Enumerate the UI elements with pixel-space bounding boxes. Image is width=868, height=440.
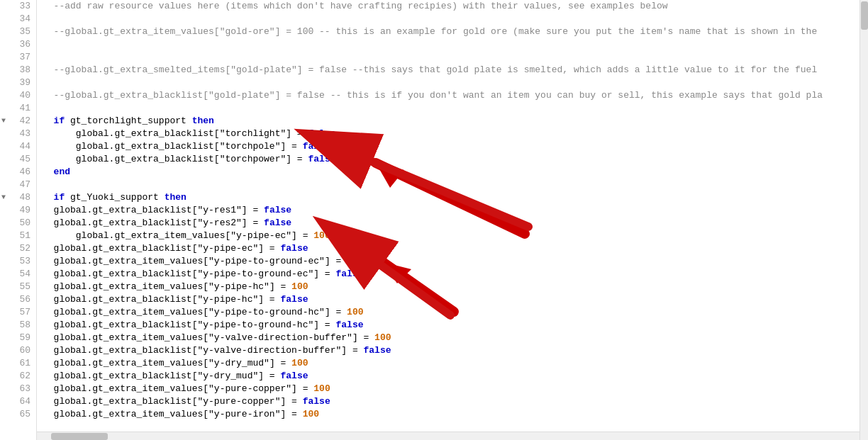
ln-65: 65	[0, 408, 36, 421]
ln-45: 45	[0, 153, 36, 166]
code-line-52: global.gt_extra_blacklist["y-pipe-ec"] =…	[43, 242, 859, 255]
code-line-55: global.gt_extra_item_values["y-pipe-hc"]…	[43, 281, 859, 293]
horizontal-scrollbar[interactable]	[37, 431, 859, 440]
ln-57: 57	[0, 306, 36, 319]
code-line-36	[43, 38, 859, 51]
code-line-54: global.gt_extra_blacklist["y-pipe-to-gro…	[43, 268, 859, 281]
ln-44: 44	[0, 140, 36, 153]
ln-47: 47	[0, 179, 36, 191]
vertical-scrollbar[interactable]	[859, 0, 868, 440]
code-line-41	[43, 102, 859, 115]
ln-42: ▼ 42	[0, 115, 36, 128]
ln-62: 62	[0, 370, 36, 383]
code-line-61: global.gt_extra_item_values["y-dry_mud"]…	[43, 357, 859, 370]
code-line-64: global.gt_extra_blacklist["y-pure-copper…	[43, 395, 859, 408]
ln-64: 64	[0, 395, 36, 408]
ln-59: 59	[0, 332, 36, 344]
code-line-33: --add raw resource values here (items wh…	[43, 0, 859, 13]
code-line-47	[43, 179, 859, 191]
ln-54: 54	[0, 268, 36, 281]
horizontal-scrollbar-thumb[interactable]	[51, 433, 108, 440]
ln-33: 33	[0, 0, 36, 13]
ln-41: 41	[0, 102, 36, 115]
ln-56: 56	[0, 293, 36, 306]
ln-60: 60	[0, 344, 36, 357]
code-line-62: global.gt_extra_blacklist["y-dry_mud"] =…	[43, 370, 859, 383]
ln-46: 46	[0, 166, 36, 179]
code-line-57: global.gt_extra_item_values["y-pipe-to-g…	[43, 306, 859, 319]
ln-48: ▼ 48	[0, 191, 36, 204]
ln-63: 63	[0, 383, 36, 395]
editor-container: 33 34 35 36 37 38 39 40 41 ▼ 42 43 44 45…	[0, 0, 868, 440]
ln-58: 58	[0, 319, 36, 332]
code-line-34	[43, 13, 859, 26]
ln-61: 61	[0, 357, 36, 370]
ln-53: 53	[0, 255, 36, 268]
ln-35: 35	[0, 26, 36, 38]
fold-icon-42[interactable]: ▼	[1, 115, 6, 128]
line-numbers: 33 34 35 36 37 38 39 40 41 ▼ 42 43 44 45…	[0, 0, 37, 440]
ln-36: 36	[0, 38, 36, 51]
ln-50: 50	[0, 217, 36, 230]
ln-43: 43	[0, 128, 36, 140]
ln-55: 55	[0, 281, 36, 293]
code-line-43: global.gt_extra_blacklist["torchlight"] …	[43, 128, 859, 140]
code-line-39	[43, 77, 859, 89]
code-line-53: global.gt_extra_item_values["y-pipe-to-g…	[43, 255, 859, 268]
code-line-37	[43, 51, 859, 64]
fold-icon-48[interactable]: ▼	[1, 191, 6, 204]
code-line-50: global.gt_extra_blacklist["y-res2"] = fa…	[43, 217, 859, 230]
code-line-46: end	[43, 166, 859, 179]
ln-34: 34	[0, 13, 36, 26]
code-line-38: --global.gt_extra_smelted_items["gold-pl…	[43, 64, 859, 77]
ln-49: 49	[0, 204, 36, 217]
ln-52: 52	[0, 242, 36, 255]
code-line-65: global.gt_extra_item_values["y-pure-iron…	[43, 408, 859, 421]
code-line-60: global.gt_extra_blacklist["y-valve-direc…	[43, 344, 859, 357]
ln-39: 39	[0, 77, 36, 89]
code-area[interactable]: --add raw resource values here (items wh…	[37, 0, 859, 440]
code-line-51: global.gt_extra_item_values["y-pipe-ec"]…	[43, 230, 859, 242]
code-line-40: --global.gt_extra_blacklist["gold-plate"…	[43, 89, 859, 102]
code-line-59: global.gt_extra_item_values["y-valve-dir…	[43, 332, 859, 344]
vertical-scrollbar-thumb[interactable]	[861, 1, 868, 30]
ln-37: 37	[0, 51, 36, 64]
code-line-45: global.gt_extra_blacklist["torchpower"] …	[43, 153, 859, 166]
code-line-63: global.gt_extra_item_values["y-pure-copp…	[43, 383, 859, 395]
code-line-48: if gt_Yuoki_support then	[43, 191, 859, 204]
code-line-42: if gt_torchlight_support then	[43, 115, 859, 128]
ln-40: 40	[0, 89, 36, 102]
code-line-35: --global.gt_extra_item_values["gold-ore"…	[43, 26, 859, 38]
code-line-58: global.gt_extra_blacklist["y-pipe-to-gro…	[43, 319, 859, 332]
code-line-56: global.gt_extra_blacklist["y-pipe-hc"] =…	[43, 293, 859, 306]
ln-38: 38	[0, 64, 36, 77]
ln-51: 51	[0, 230, 36, 242]
code-line-44: global.gt_extra_blacklist["torchpole"] =…	[43, 140, 859, 153]
code-line-49: global.gt_extra_blacklist["y-res1"] = fa…	[43, 204, 859, 217]
